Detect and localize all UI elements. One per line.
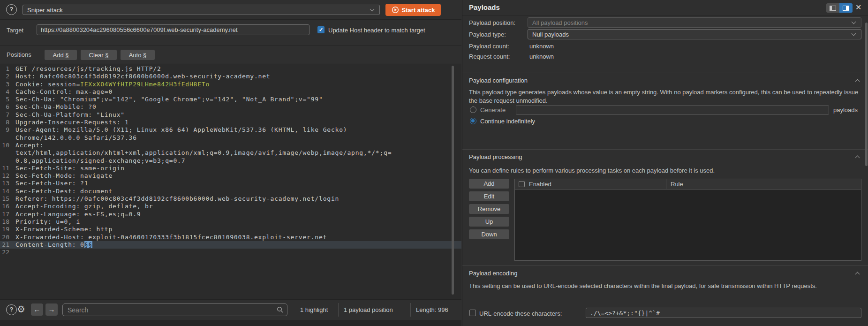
request-line[interactable]: 10Accept: xyxy=(0,142,461,149)
search-input[interactable] xyxy=(62,303,287,316)
bottom-strip xyxy=(0,320,461,326)
request-line[interactable]: text/html,application/xhtml+xml,applicat… xyxy=(0,149,461,157)
payload-configuration-title: Payload configuration xyxy=(469,77,528,84)
request-line[interactable]: 1GET /resources/js/tracking.js HTTP/2 xyxy=(0,65,461,73)
request-line[interactable]: 0.8,application/signed-exchange;v=b3;q=0… xyxy=(0,157,461,165)
update-host-checkbox[interactable]: ✓ xyxy=(317,26,325,33)
layout-toggle-group xyxy=(826,3,853,13)
continue-indefinitely-radio[interactable] xyxy=(470,118,476,124)
line-text: Sec-Ch-Ua: "Chromium";v="142", "Google C… xyxy=(12,96,323,103)
payload-encoding-description: This setting can be used to URL-encode s… xyxy=(469,282,859,290)
processing-up-button[interactable]: Up xyxy=(469,217,509,227)
request-line[interactable]: 20X-Forwarded-Host: exploit-0a4600170333… xyxy=(0,234,461,241)
close-icon[interactable]: ✕ xyxy=(855,3,861,12)
line-number: 22 xyxy=(0,249,12,256)
layout-right-toggle[interactable] xyxy=(839,3,853,13)
request-line[interactable]: 9User-Agent: Mozilla/5.0 (X11; Linux x86… xyxy=(0,126,461,134)
processing-edit-button[interactable]: Edit xyxy=(469,191,509,201)
request-line[interactable]: 13Sec-Fetch-User: ?1 xyxy=(0,180,461,187)
right-pane-icon xyxy=(843,6,849,11)
payload-position-select[interactable]: All payload positions xyxy=(528,17,861,28)
help-icon[interactable]: ? xyxy=(6,304,17,315)
url-encode-characters-input[interactable] xyxy=(586,308,861,318)
payload-type-select[interactable]: Null payloads xyxy=(528,29,861,39)
column-separator xyxy=(666,179,666,190)
play-icon xyxy=(392,6,399,14)
editor-statusbar: ? ⚙ ← → 1 highlight 1 payload position L… xyxy=(0,299,461,320)
request-line[interactable]: 7Sec-Ch-Ua-Platform: "Linux" xyxy=(0,111,461,119)
generate-label: Generate xyxy=(480,106,506,114)
layout-left-toggle[interactable] xyxy=(826,3,839,13)
line-text: Cache-Control: max-age=0 xyxy=(12,88,113,96)
attack-type-select[interactable]: Sniper attack xyxy=(23,5,380,15)
attack-toolbar: ? Sniper attack Start attack xyxy=(0,0,461,20)
line-text: Sec-Ch-Ua-Mobile: ?0 xyxy=(12,103,97,111)
request-line[interactable]: 14Sec-Fetch-Dest: document xyxy=(0,188,461,195)
payload-position-count: 1 payload position xyxy=(344,306,393,313)
line-text: Host: 0afc00c803c4f3dd8192cf8600b6000d.w… xyxy=(12,73,270,80)
request-line[interactable]: Chrome/142.0.0.0 Safari/537.36 xyxy=(0,134,461,142)
request-line[interactable]: 8Upgrade-Insecure-Requests: 1 xyxy=(0,119,461,126)
request-line[interactable]: 22 xyxy=(0,249,461,256)
line-number: 1 xyxy=(0,65,12,73)
generate-count-input[interactable] xyxy=(516,105,829,115)
chevron-down-icon xyxy=(852,20,856,24)
prev-match-button[interactable]: ← xyxy=(31,303,43,316)
statusbar-separator xyxy=(338,303,339,317)
line-text: 0.8,application/signed-exchange;v=b3;q=0… xyxy=(12,157,185,165)
request-editor-lines: 1GET /resources/js/tracking.js HTTP/22Ho… xyxy=(0,64,461,256)
add-position-button[interactable]: Add § xyxy=(45,50,77,60)
request-line[interactable]: 6Sec-Ch-Ua-Mobile: ?0 xyxy=(0,103,461,111)
target-url-input[interactable] xyxy=(37,24,309,35)
payload-count-label: Payload count: xyxy=(469,43,509,50)
start-attack-button[interactable]: Start attack xyxy=(385,4,441,16)
request-editor[interactable]: 1GET /resources/js/tracking.js HTTP/22Ho… xyxy=(0,64,461,299)
clear-positions-button[interactable]: Clear § xyxy=(81,50,117,60)
auto-positions-button[interactable]: Auto § xyxy=(121,50,155,60)
collapse-icon[interactable] xyxy=(855,79,860,84)
next-match-button[interactable]: → xyxy=(45,303,58,316)
line-text: Accept-Language: es-ES,es;q=0.9 xyxy=(12,211,141,218)
payload-type-label: Payload type: xyxy=(469,31,506,38)
request-line[interactable]: 18Priority: u=0, i xyxy=(0,218,461,226)
request-line[interactable]: 17Accept-Language: es-ES,es;q=0.9 xyxy=(0,211,461,218)
payloads-header: Payloads ✕ xyxy=(462,0,868,15)
request-line[interactable]: 19X-Forwarded-Scheme: http xyxy=(0,226,461,233)
request-line[interactable]: 11Sec-Fetch-Site: same-origin xyxy=(0,165,461,172)
request-count-label: Request count: xyxy=(469,53,510,60)
url-encode-checkbox[interactable] xyxy=(469,310,476,316)
payloads-title: Payloads xyxy=(469,3,500,11)
line-text: X-Forwarded-Host: exploit-0a4600170333f3… xyxy=(12,234,327,241)
request-line[interactable]: 15Referer: https://0afc00c803c4f3dd8192c… xyxy=(0,195,461,203)
line-text: text/html,application/xhtml+xml,applicat… xyxy=(12,149,392,157)
payload-processing-title: Payload processing xyxy=(469,153,522,160)
request-line[interactable]: 4Cache-Control: max-age=0 xyxy=(0,88,461,96)
request-line[interactable]: 2Host: 0afc00c803c4f3dd8192cf8600b6000d.… xyxy=(0,73,461,80)
continue-indefinitely-label: Continue indefinitely xyxy=(480,118,535,125)
generate-radio[interactable] xyxy=(470,106,476,113)
line-number: 17 xyxy=(0,211,12,218)
collapse-icon[interactable] xyxy=(855,156,860,160)
target-label: Target xyxy=(7,27,23,34)
payloads-panel: Payloads ✕ Payload position: All payload… xyxy=(462,0,868,326)
payloads-scrollbar[interactable] xyxy=(865,23,868,166)
collapse-icon[interactable] xyxy=(855,272,860,277)
payloads-suffix-label: payloads xyxy=(833,106,858,114)
processing-down-button[interactable]: Down xyxy=(469,229,509,239)
processing-add-button[interactable]: Add xyxy=(469,179,509,189)
line-number: 21 xyxy=(0,241,12,249)
request-line[interactable]: 3Cookie: session=IEXxXO4WYfHIP29LHme842H… xyxy=(0,81,461,88)
request-line[interactable]: 21Content-Length: 0§§ xyxy=(0,241,461,249)
processing-remove-button[interactable]: Remove xyxy=(469,204,509,214)
editor-scrollbar[interactable] xyxy=(452,66,454,295)
help-icon[interactable]: ? xyxy=(6,4,17,15)
line-text: Accept: xyxy=(12,142,44,149)
request-line[interactable]: 12Sec-Fetch-Mode: navigate xyxy=(0,172,461,180)
payload-processing-description: You can define rules to perform various … xyxy=(469,167,859,175)
enabled-header-checkbox[interactable] xyxy=(519,181,525,187)
chevron-down-icon xyxy=(370,7,375,12)
request-line[interactable]: 16Accept-Encoding: gzip, deflate, br xyxy=(0,203,461,210)
gear-icon[interactable]: ⚙ xyxy=(17,303,25,315)
request-line[interactable]: 5Sec-Ch-Ua: "Chromium";v="142", "Google … xyxy=(0,96,461,103)
processing-rules-table[interactable]: Enabled Rule xyxy=(514,179,861,261)
